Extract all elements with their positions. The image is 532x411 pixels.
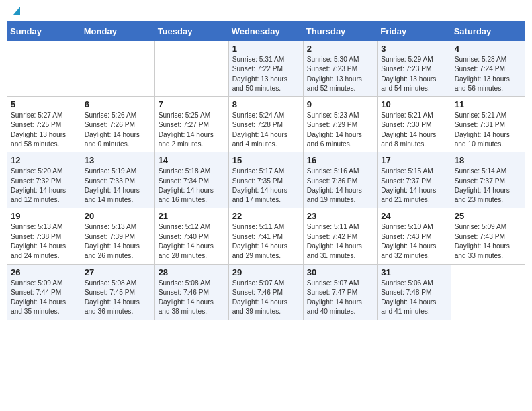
- day-number: 29: [232, 267, 300, 277]
- weekday-header-sunday: Sunday: [7, 22, 81, 41]
- week-row-2: 5Sunrise: 5:27 AM Sunset: 7:25 PM Daylig…: [7, 97, 525, 152]
- day-number: 3: [381, 44, 447, 54]
- day-info: Sunrise: 5:15 AM Sunset: 7:37 PM Dayligh…: [381, 167, 447, 205]
- day-info: Sunrise: 5:21 AM Sunset: 7:31 PM Dayligh…: [455, 111, 521, 149]
- day-info: Sunrise: 5:10 AM Sunset: 7:43 PM Dayligh…: [381, 222, 447, 261]
- day-cell: 19Sunrise: 5:13 AM Sunset: 7:38 PM Dayli…: [7, 208, 81, 264]
- day-number: 15: [232, 155, 300, 165]
- day-number: 1: [232, 44, 300, 54]
- day-info: Sunrise: 5:27 AM Sunset: 7:25 PM Dayligh…: [11, 111, 77, 149]
- day-cell: 2Sunrise: 5:30 AM Sunset: 7:23 PM Daylig…: [303, 41, 377, 97]
- day-info: Sunrise: 5:08 AM Sunset: 7:46 PM Dayligh…: [159, 279, 225, 317]
- day-number: 17: [381, 155, 447, 165]
- day-cell: 15Sunrise: 5:17 AM Sunset: 7:35 PM Dayli…: [228, 152, 303, 208]
- day-info: Sunrise: 5:12 AM Sunset: 7:40 PM Dayligh…: [159, 222, 225, 261]
- day-cell: 8Sunrise: 5:24 AM Sunset: 7:28 PM Daylig…: [228, 97, 303, 152]
- day-info: Sunrise: 5:21 AM Sunset: 7:30 PM Dayligh…: [381, 111, 447, 149]
- day-info: Sunrise: 5:29 AM Sunset: 7:23 PM Dayligh…: [381, 55, 447, 93]
- day-number: 20: [85, 211, 151, 221]
- day-cell: 18Sunrise: 5:14 AM Sunset: 7:37 PM Dayli…: [451, 152, 525, 208]
- day-cell: 27Sunrise: 5:08 AM Sunset: 7:45 PM Dayli…: [81, 264, 154, 320]
- day-number: 18: [455, 155, 521, 165]
- day-number: 16: [307, 155, 373, 165]
- day-number: 23: [307, 211, 373, 221]
- day-number: 28: [159, 267, 225, 277]
- day-cell: 11Sunrise: 5:21 AM Sunset: 7:31 PM Dayli…: [451, 97, 525, 152]
- week-row-1: 1Sunrise: 5:31 AM Sunset: 7:22 PM Daylig…: [7, 41, 525, 97]
- day-info: Sunrise: 5:26 AM Sunset: 7:26 PM Dayligh…: [85, 111, 151, 149]
- day-cell: 3Sunrise: 5:29 AM Sunset: 7:23 PM Daylig…: [378, 41, 451, 97]
- day-number: 9: [307, 99, 373, 109]
- day-info: Sunrise: 5:11 AM Sunset: 7:42 PM Dayligh…: [307, 222, 373, 261]
- day-cell: 25Sunrise: 5:09 AM Sunset: 7:43 PM Dayli…: [451, 208, 525, 264]
- day-number: 8: [232, 99, 300, 109]
- day-info: Sunrise: 5:08 AM Sunset: 7:45 PM Dayligh…: [85, 279, 151, 317]
- day-cell: 5Sunrise: 5:27 AM Sunset: 7:25 PM Daylig…: [7, 97, 81, 152]
- day-number: 13: [85, 155, 151, 165]
- day-number: 10: [381, 99, 447, 109]
- day-number: 30: [307, 267, 373, 277]
- day-cell: 26Sunrise: 5:09 AM Sunset: 7:44 PM Dayli…: [7, 264, 81, 320]
- day-cell: 24Sunrise: 5:10 AM Sunset: 7:43 PM Dayli…: [378, 208, 451, 264]
- day-info: Sunrise: 5:09 AM Sunset: 7:44 PM Dayligh…: [11, 279, 77, 317]
- day-number: 22: [232, 211, 300, 221]
- day-cell: 23Sunrise: 5:11 AM Sunset: 7:42 PM Dayli…: [303, 208, 377, 264]
- day-info: Sunrise: 5:25 AM Sunset: 7:27 PM Dayligh…: [159, 111, 225, 149]
- day-cell: 21Sunrise: 5:12 AM Sunset: 7:40 PM Dayli…: [154, 208, 228, 264]
- day-cell: 10Sunrise: 5:21 AM Sunset: 7:30 PM Dayli…: [378, 97, 451, 152]
- day-info: Sunrise: 5:06 AM Sunset: 7:48 PM Dayligh…: [381, 279, 447, 317]
- weekday-header-tuesday: Tuesday: [154, 22, 228, 41]
- day-info: Sunrise: 5:07 AM Sunset: 7:47 PM Dayligh…: [307, 279, 373, 317]
- day-cell: 29Sunrise: 5:07 AM Sunset: 7:46 PM Dayli…: [228, 264, 303, 320]
- day-number: 19: [11, 211, 77, 221]
- day-info: Sunrise: 5:28 AM Sunset: 7:24 PM Dayligh…: [455, 55, 521, 93]
- day-cell: 20Sunrise: 5:13 AM Sunset: 7:39 PM Dayli…: [81, 208, 154, 264]
- day-number: 7: [159, 99, 225, 109]
- day-number: 26: [11, 267, 77, 277]
- logo-icon: [11, 4, 23, 16]
- weekday-header-friday: Friday: [378, 22, 451, 41]
- day-cell: 1Sunrise: 5:31 AM Sunset: 7:22 PM Daylig…: [228, 41, 303, 97]
- calendar-table: SundayMondayTuesdayWednesdayThursdayFrid…: [7, 21, 525, 320]
- day-info: Sunrise: 5:30 AM Sunset: 7:23 PM Dayligh…: [307, 55, 373, 93]
- day-cell: 16Sunrise: 5:16 AM Sunset: 7:36 PM Dayli…: [303, 152, 377, 208]
- day-info: Sunrise: 5:14 AM Sunset: 7:37 PM Dayligh…: [455, 167, 521, 205]
- day-cell: 28Sunrise: 5:08 AM Sunset: 7:46 PM Dayli…: [154, 264, 228, 320]
- day-cell: 12Sunrise: 5:20 AM Sunset: 7:32 PM Dayli…: [7, 152, 81, 208]
- weekday-header-row: SundayMondayTuesdayWednesdayThursdayFrid…: [7, 22, 525, 41]
- day-number: 4: [455, 44, 521, 54]
- day-number: 6: [85, 99, 151, 109]
- svg-marker-0: [13, 7, 20, 15]
- day-cell: 31Sunrise: 5:06 AM Sunset: 7:48 PM Dayli…: [378, 264, 451, 320]
- day-info: Sunrise: 5:09 AM Sunset: 7:43 PM Dayligh…: [455, 222, 521, 261]
- week-row-3: 12Sunrise: 5:20 AM Sunset: 7:32 PM Dayli…: [7, 152, 525, 208]
- day-number: 5: [11, 99, 77, 109]
- day-number: 31: [381, 267, 447, 277]
- day-info: Sunrise: 5:24 AM Sunset: 7:28 PM Dayligh…: [232, 111, 300, 149]
- weekday-header-thursday: Thursday: [303, 22, 377, 41]
- day-number: 24: [381, 211, 447, 221]
- logo: [9, 7, 23, 16]
- day-info: Sunrise: 5:23 AM Sunset: 7:29 PM Dayligh…: [307, 111, 373, 149]
- day-info: Sunrise: 5:31 AM Sunset: 7:22 PM Dayligh…: [232, 55, 300, 93]
- day-info: Sunrise: 5:20 AM Sunset: 7:32 PM Dayligh…: [11, 167, 77, 205]
- week-row-5: 26Sunrise: 5:09 AM Sunset: 7:44 PM Dayli…: [7, 264, 525, 320]
- weekday-header-monday: Monday: [81, 22, 154, 41]
- day-number: 27: [85, 267, 151, 277]
- day-cell: [154, 41, 228, 97]
- day-info: Sunrise: 5:13 AM Sunset: 7:38 PM Dayligh…: [11, 222, 77, 261]
- day-info: Sunrise: 5:11 AM Sunset: 7:41 PM Dayligh…: [232, 222, 300, 261]
- week-row-4: 19Sunrise: 5:13 AM Sunset: 7:38 PM Dayli…: [7, 208, 525, 264]
- weekday-header-saturday: Saturday: [451, 22, 525, 41]
- day-number: 11: [455, 99, 521, 109]
- day-number: 25: [455, 211, 521, 221]
- day-info: Sunrise: 5:18 AM Sunset: 7:34 PM Dayligh…: [159, 167, 225, 205]
- day-info: Sunrise: 5:19 AM Sunset: 7:33 PM Dayligh…: [85, 167, 151, 205]
- day-number: 2: [307, 44, 373, 54]
- day-cell: 17Sunrise: 5:15 AM Sunset: 7:37 PM Dayli…: [378, 152, 451, 208]
- day-cell: 13Sunrise: 5:19 AM Sunset: 7:33 PM Dayli…: [81, 152, 154, 208]
- day-cell: [451, 264, 525, 320]
- day-cell: 7Sunrise: 5:25 AM Sunset: 7:27 PM Daylig…: [154, 97, 228, 152]
- day-cell: 6Sunrise: 5:26 AM Sunset: 7:26 PM Daylig…: [81, 97, 154, 152]
- day-number: 21: [159, 211, 225, 221]
